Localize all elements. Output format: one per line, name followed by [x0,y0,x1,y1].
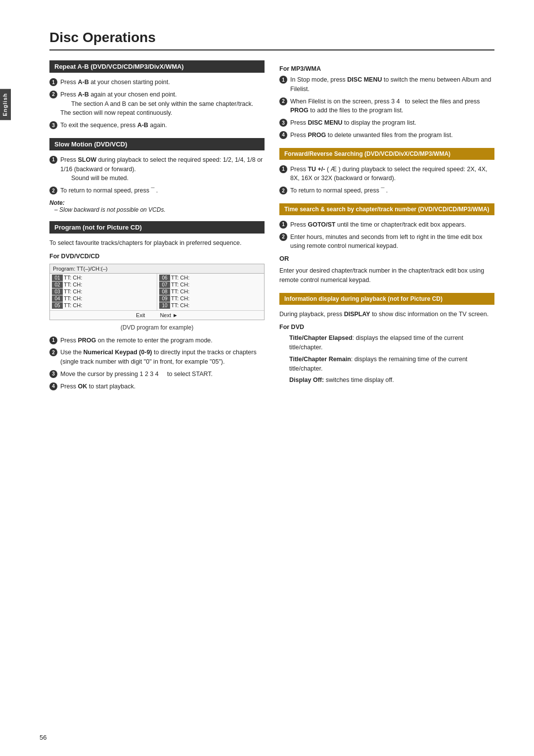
indent-text: The section A and B can be set only with… [71,100,253,107]
program-header: Program (not for Picture CD) [49,221,265,234]
prog-num-4: 4 [49,382,57,390]
program-table: Program: TT(–)/CH:(–) 01TT: CH: 02TT: CH… [49,264,265,320]
item-text-2: Press A-B again at your chosen end point… [60,90,253,118]
table-row: 04TT: CH: [52,295,155,302]
note-section: Note: – Slow backward is not possible on… [49,199,265,213]
table-row: 05TT: CH: [52,302,155,309]
time-search-header: Time search & search by chapter/track nu… [279,203,494,215]
repeat-ab-item-3: 3 To exit the sequence, press A-B again. [49,121,265,130]
row-num: 03 [52,288,63,295]
prog-text-3: Move the cursor by pressing 1 2 3 4 to s… [60,370,213,379]
display-off: Display Off: switches time display off. [289,376,494,385]
prog-text-4: Press OK to start playback. [60,382,135,391]
fwd-num-2: 2 [279,187,287,194]
mp3-item-4: 4 Press PROG to delete unwanted files fr… [279,131,494,140]
dvd-info-items: Title/Chapter Elapsed: displays the elap… [289,333,494,385]
time-num-1: 1 [279,221,287,229]
row-num: 05 [52,302,63,309]
title-chapter-remain: Title/Chapter Remain: displays the remai… [289,355,494,374]
info-display-intro: During playback, press DISPLAY to show d… [279,310,494,319]
mp3-text-2: When Filelist is on the screen, press 3 … [290,97,494,116]
time-text-2: Enter hours, minutes and seconds from le… [290,233,494,251]
prog-text-1: Press PROG on the remote to enter the pr… [60,336,213,345]
dvd-vcd-cd-label: For DVD/VCD/CD [49,253,265,260]
prog-item-3: 3 Move the cursor by pressing 1 2 3 4 to… [49,370,265,379]
prog-num-3: 3 [49,370,57,378]
prog-num-1: 1 [49,336,57,344]
slow-item-2: 2 To return to normal speed, press ¯ . [49,186,265,195]
program-col-left: 01TT: CH: 02TT: CH: 03TT: CH: 04TT: CH: … [50,274,157,310]
elapsed-label: Title/Chapter Elapsed [289,334,353,341]
slow-text-2: To return to normal speed, press ¯ . [60,186,158,195]
mp3-item-3: 3 Press DISC MENU to display the program… [279,118,494,128]
item-text-3: To exit the sequence, press A-B again. [60,121,167,130]
title-chapter-elapsed: Title/Chapter Elapsed: displays the elap… [289,333,494,352]
row-num: 06 [159,275,170,281]
prog-item-4: 4 Press OK to start playback. [49,382,265,391]
table-row: 03TT: CH: [52,288,155,295]
fwd-num-1: 1 [279,165,287,173]
item-num-2: 2 [49,91,57,98]
or-text: Enter your desired chapter/track number … [279,266,494,285]
prog-item-1: 1 Press PROG on the remote to enter the … [49,336,265,345]
program-section: Program (not for Picture CD) To select f… [49,221,265,391]
table-row: 07TT: CH: [159,282,262,288]
table-caption: (DVD program for example) [49,324,265,331]
program-table-body: 01TT: CH: 02TT: CH: 03TT: CH: 04TT: CH: … [50,274,264,310]
page-title: Disc Operations [49,30,494,50]
prog-text-2: Use the Numerical Keypad (0-9) to direct… [60,348,265,367]
slow-motion-header: Slow Motion (DVD/VCD) [49,138,265,150]
mp3-item-2: 2 When Filelist is on the screen, press … [279,97,494,116]
mp3-text-1: In Stop mode, press DISC MENU to switch … [290,75,494,94]
repeat-ab-section: Repeat A-B (DVD/VCD/CD/MP3/DivX/WMA) 1 P… [49,60,265,130]
program-intro: To select favourite tracks/chapters for … [49,238,265,248]
mp3-wma-section: For MP3/WMA 1 In Stop mode, press DISC M… [279,65,494,140]
info-display-section: Information display during playback (not… [279,293,494,385]
row-num: 09 [159,295,170,302]
program-table-header: Program: TT(–)/CH:(–) [50,264,264,274]
table-footer: Exit Next ► [50,310,264,320]
repeat-ab-header: Repeat A-B (DVD/VCD/CD/MP3/DivX/WMA) [49,60,265,73]
repeat-ab-item-1: 1 Press A-B at your chosen starting poin… [49,78,265,87]
time-num-2: 2 [279,233,287,241]
table-row: 10TT: CH: [159,302,262,309]
fwd-text-2: To return to normal speed, press ¯ . [290,186,388,195]
fwd-rev-section: Forward/Reverse Searching (DVD/VCD/DivX/… [279,148,494,195]
info-display-header: Information display during playback (not… [279,293,494,305]
mp3-wma-label: For MP3/WMA [279,65,494,72]
display-off-label: Display Off: [289,377,324,383]
fwd-text-1: Press TU +/- ( Æ ) during playback to se… [290,165,494,184]
fwd-item-1: 1 Press TU +/- ( Æ ) during playback to … [279,165,494,184]
slow-item-1: 1 Press SLOW during playback to select t… [49,155,265,183]
row-num: 04 [52,295,63,302]
mp3-num-3: 3 [279,119,287,127]
row-num: 10 [159,302,170,309]
table-row: 08TT: CH: [159,288,262,295]
next-button-label: Next ► [160,312,178,318]
repeat-ab-item-2: 2 Press A-B again at your chosen end poi… [49,90,265,118]
slow-num-2: 2 [49,187,57,194]
exit-button-label: Exit [136,312,145,318]
item-num-3: 3 [49,121,57,129]
row-num: 08 [159,288,170,295]
row-num: 02 [52,282,63,288]
mp3-num-2: 2 [279,97,287,105]
mp3-text-4: Press PROG to delete unwanted files from… [290,131,453,140]
fwd-item-2: 2 To return to normal speed, press ¯ . [279,186,494,195]
time-text-1: Press GOTO/ST until the time or chapter/… [290,220,466,230]
mp3-num-1: 1 [279,76,287,84]
mp3-item-1: 1 In Stop mode, press DISC MENU to switc… [279,75,494,94]
note-label: Note: [49,199,265,206]
mp3-num-4: 4 [279,131,287,139]
fwd-rev-header: Forward/Reverse Searching (DVD/VCD/DivX/… [279,148,494,160]
two-column-layout: Repeat A-B (DVD/VCD/CD/MP3/DivX/WMA) 1 P… [49,60,494,399]
table-row: 06TT: CH: [159,275,262,281]
english-tab: English [0,89,11,120]
time-item-1: 1 Press GOTO/ST until the time or chapte… [279,220,494,230]
item-text-1: Press A-B at your chosen starting point. [60,78,170,87]
for-dvd-label: For DVD [279,324,494,331]
row-num: 01 [52,275,63,281]
mp3-text-3: Press DISC MENU to display the program l… [290,118,416,128]
row-num: 07 [159,282,170,288]
left-column: Repeat A-B (DVD/VCD/CD/MP3/DivX/WMA) 1 P… [49,60,265,399]
